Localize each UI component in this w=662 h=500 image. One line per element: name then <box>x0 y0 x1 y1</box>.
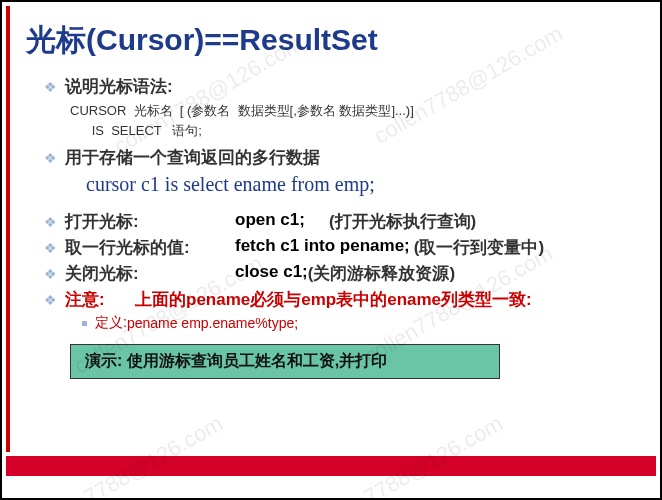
def-label: 定义: <box>95 314 127 332</box>
square-icon <box>82 321 87 326</box>
content-area: ❖ 说明光标语法: CURSOR 光标名 [ (参数名 数据类型[,参数名 数据… <box>44 75 640 379</box>
bottom-red-bar <box>6 456 656 476</box>
diamond-icon: ❖ <box>44 79 57 95</box>
open-code: open c1; <box>235 210 305 230</box>
fetch-note: (取一行到变量中) <box>414 236 544 259</box>
close-note: (关闭游标释放资源) <box>308 262 455 285</box>
cursor-code-example: cursor c1 is select ename from emp; <box>86 173 640 196</box>
bullet-syntax: ❖ 说明光标语法: <box>44 75 640 98</box>
syntax-line-1: CURSOR 光标名 [ (参数名 数据类型[,参数名 数据类型]...)] <box>70 101 640 121</box>
syntax-block: CURSOR 光标名 [ (参数名 数据类型[,参数名 数据类型]...)] I… <box>70 101 640 140</box>
diamond-icon: ❖ <box>44 150 57 166</box>
open-note: (打开光标执行查询) <box>329 210 476 233</box>
diamond-icon: ❖ <box>44 214 57 230</box>
bullet-text: 用于存储一个查询返回的多行数据 <box>65 146 320 169</box>
bullet-fetch: ❖ 取一行光标的值: fetch c1 into pename; (取一行到变量… <box>44 236 640 259</box>
sub-bullet-definition: 定义: pename emp.ename%type; <box>82 314 640 332</box>
diamond-icon: ❖ <box>44 292 57 308</box>
watermark: collen7788@126.com <box>310 410 508 498</box>
notice-label: 注意: <box>65 288 135 311</box>
slide-container: 光标(Cursor)==ResultSet ❖ 说明光标语法: CURSOR 光… <box>2 2 660 498</box>
demo-box: 演示: 使用游标查询员工姓名和工资,并打印 <box>70 344 500 379</box>
bullet-store: ❖ 用于存储一个查询返回的多行数据 <box>44 146 640 169</box>
diamond-icon: ❖ <box>44 266 57 282</box>
bullet-text: 说明光标语法: <box>65 75 173 98</box>
def-code: pename emp.ename%type; <box>127 315 298 331</box>
left-accent-bar <box>6 6 10 452</box>
notice-text: 上面的pename必须与emp表中的ename列类型一致: <box>135 288 532 311</box>
slide-title: 光标(Cursor)==ResultSet <box>26 20 660 61</box>
fetch-label: 取一行光标的值: <box>65 236 235 259</box>
bullet-open: ❖ 打开光标: open c1; (打开光标执行查询) <box>44 210 640 233</box>
bullet-notice: ❖ 注意: 上面的pename必须与emp表中的ename列类型一致: <box>44 288 640 311</box>
close-label: 关闭光标: <box>65 262 235 285</box>
syntax-line-2: IS SELECT 语句; <box>70 121 640 141</box>
open-label: 打开光标: <box>65 210 235 233</box>
diamond-icon: ❖ <box>44 240 57 256</box>
bullet-close: ❖ 关闭光标: close c1; (关闭游标释放资源) <box>44 262 640 285</box>
fetch-code: fetch c1 into pename; <box>235 236 410 256</box>
watermark: collen7788@126.com <box>30 410 228 498</box>
close-code: close c1; <box>235 262 308 282</box>
